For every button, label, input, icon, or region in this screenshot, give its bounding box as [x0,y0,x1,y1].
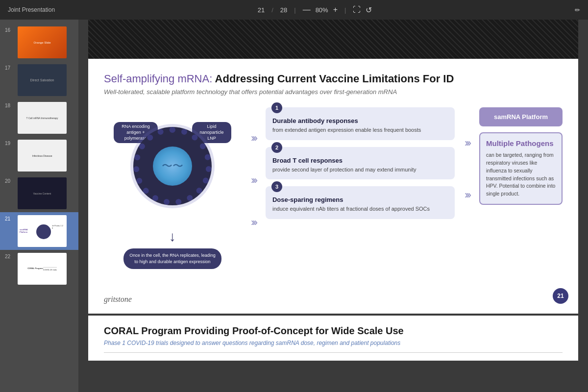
slide-preview-19: Infectious Disease [18,140,67,172]
slide-21: Self-amplifying mRNA: Addressing Current… [88,59,578,314]
sidebar-item-16[interactable]: 16 Orange Slide [0,24,78,61]
point-1-badge: 1 [271,102,282,113]
presentation-title: Joint Presentation [8,6,55,13]
chevron-1: ››› [251,132,256,145]
slide-22-divider [104,352,563,353]
cell-label: Once in the cell, the RNA replicates, le… [123,248,221,269]
slide-num-16: 16 [5,26,15,33]
slide-22-subtitle: Phase 1 COVID-19 trials designed to answ… [104,340,563,346]
slide-title-purple: Self-amplifying mRNA: [104,73,212,85]
point-2-title: Broad T cell responses [272,157,448,164]
fullscreen-icon[interactable]: ⛶ [353,5,361,14]
point-1: 1 Durable antibody responses from extend… [266,107,455,140]
slide-num-19: 19 [5,140,15,146]
sidebar-item-20[interactable]: 20 Vaccine Content [0,174,78,212]
slide-preview-21: samRNA Platform ≫ Points 1 2 3 [18,215,67,247]
toolbar: Joint Presentation 21 / 28 | — 80% + | ⛶… [0,0,588,20]
sidebar-item-19[interactable]: 19 Infectious Disease [0,137,78,174]
slide-22-title: CORAL Program Providing Proof-of-Concept… [104,325,563,337]
edit-icon[interactable]: ✏ [575,6,580,14]
diagram-area: RNA encoding antigen + polymerase Lipid … [104,107,241,269]
slide-num-22: 22 [5,253,15,259]
zoom-out-icon[interactable]: — [303,5,311,14]
nanoparticle-diagram: RNA encoding antigen + polymerase Lipid … [114,117,231,225]
circle-outer: 〜〜 [133,127,212,205]
pathogens-desc: can be targeted, ranging from respirator… [486,151,556,198]
slide-title-bold: Addressing Current Vaccine Limitations F… [212,73,454,85]
sidebar-item-22[interactable]: 22 CORAL Program COVID-19 trials [0,250,78,288]
pathogens-title: Multiple Pathogens [486,139,556,147]
slide-num-18: 18 [5,102,15,108]
point-2-desc: provide second layer of protection and m… [272,166,448,173]
chevron-2: ››› [251,174,256,187]
slide-preview-22: CORAL Program COVID-19 trials [18,253,67,285]
chevron-right-1: ››› [465,137,469,149]
slide-22: CORAL Program Providing Proof-of-Concept… [88,316,578,361]
chevron-right-2: ››› [465,189,469,201]
slide-preview-20: Vaccine Content [18,177,67,209]
slide-preview-16: Orange Slide [18,26,67,58]
slide-num-20: 20 [5,177,15,184]
right-panel: samRNA Platform Multiple Pathogens can b… [479,107,563,205]
arrows-section: ››› ››› ››› [251,127,256,229]
point-3-title: Dose-sparing regimens [272,196,448,203]
content-area: Self-amplifying mRNA: Addressing Current… [78,20,588,392]
sidebar[interactable]: 16 Orange Slide 17 Direct Salvation 18 T… [0,20,78,392]
toolbar-center: 21 / 28 | — 80% + | ⛶ ↺ [258,5,372,15]
slide-dark-header [88,20,578,59]
page-sep: / [271,6,273,14]
slide-title: Self-amplifying mRNA: Addressing Current… [104,73,563,85]
point-3-desc: induce equivalent nAb titers at fraction… [272,205,448,213]
arrows-right-section: ››› ››› [465,132,469,201]
inner-lines: 〜〜 [162,159,183,173]
slide-preview-18: T Cell mRNA Immunotherapy [18,102,67,134]
point-2-badge: 2 [271,142,282,153]
history-icon[interactable]: ↺ [366,5,372,15]
slide-num-17: 17 [5,64,15,71]
sidebar-item-17[interactable]: 17 Direct Salvation [0,61,78,99]
point-1-desc: from extended antigen expression enable … [272,126,448,134]
chevron-3: ››› [251,216,256,229]
slide-subtitle: Well-tolerated, scalable platform techno… [104,88,563,96]
arrow-down: ↓ [169,229,176,245]
circle-inner: 〜〜 [153,147,192,186]
slide-content: RNA encoding antigen + polymerase Lipid … [104,107,563,269]
pathogens-box: Multiple Pathogens can be targeted, rang… [479,132,563,205]
page-current: 21 [258,6,265,14]
slide-badge: 21 [553,288,568,304]
zoom-level: 80% [316,6,328,14]
point-2: 2 Broad T cell responses provide second … [266,147,455,179]
sidebar-item-18[interactable]: 18 T Cell mRNA Immunotherapy [0,99,78,137]
point-3-badge: 3 [271,181,282,192]
points-section: 1 Durable antibody responses from extend… [266,107,455,219]
zoom-in-icon[interactable]: + [333,5,338,14]
slide-num-21: 21 [5,215,15,221]
sidebar-item-21[interactable]: 21 samRNA Platform ≫ Points 1 2 3 [0,212,78,250]
main-layout: 16 Orange Slide 17 Direct Salvation 18 T… [0,20,588,392]
slide-preview-17: Direct Salvation [18,64,67,96]
page-total: 28 [280,6,287,14]
slide-logo: gritstone [104,295,132,304]
samrna-box: samRNA Platform [479,107,563,126]
point-1-title: Durable antibody responses [272,117,448,124]
point-3: 3 Dose-sparing regimens induce equivalen… [266,186,455,219]
